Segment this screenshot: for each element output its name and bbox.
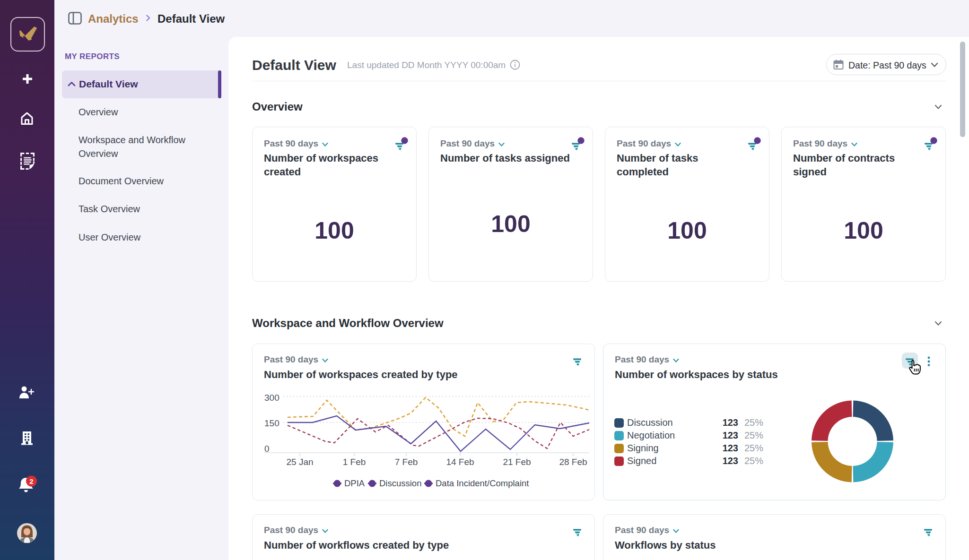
svg-text:Discussion: Discussion bbox=[379, 478, 421, 488]
svg-text:2: 2 bbox=[29, 477, 33, 485]
svg-text:21 Feb: 21 Feb bbox=[503, 457, 531, 467]
svg-text:7 Feb: 7 Feb bbox=[395, 457, 418, 467]
svg-text:DPIA: DPIA bbox=[344, 478, 365, 488]
svg-text:Data Incident/Complaint: Data Incident/Complaint bbox=[436, 478, 529, 488]
svg-text:1 Feb: 1 Feb bbox=[343, 457, 366, 467]
svg-text:300: 300 bbox=[264, 393, 279, 403]
svg-text:25 Jan: 25 Jan bbox=[286, 457, 313, 467]
svg-text:0: 0 bbox=[264, 444, 270, 454]
svg-text:14 Feb: 14 Feb bbox=[446, 457, 474, 467]
svg-text:28 Feb: 28 Feb bbox=[559, 457, 587, 467]
svg-text:150: 150 bbox=[264, 418, 279, 428]
